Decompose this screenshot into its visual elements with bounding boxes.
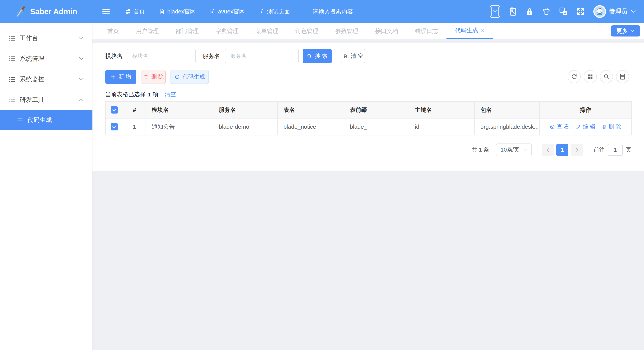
tab-role-mgmt[interactable]: 角色管理 [287, 23, 327, 39]
menu-list-icon [9, 97, 16, 103]
tab-codegen-active[interactable]: 代码生成 × [446, 23, 493, 39]
next-page-button[interactable] [571, 144, 583, 156]
sidebar-item-system-mgmt[interactable]: 系统管理 [0, 48, 92, 69]
user-menu[interactable]: 管理员 [593, 5, 636, 18]
document-icon [258, 9, 264, 15]
sidebar-item-workbench[interactable]: 工作台 [0, 28, 92, 48]
tab-param-mgmt[interactable]: 参数管理 [327, 23, 367, 39]
column-header-package[interactable]: 包名 [474, 101, 540, 118]
page-number-1[interactable]: 1 [556, 144, 568, 156]
tab-menu-mgmt[interactable]: 菜单管理 [247, 23, 287, 39]
menu-doc-button[interactable] [616, 70, 629, 83]
clear-button[interactable]: 清 空 [341, 49, 365, 63]
plus-icon [110, 74, 116, 80]
fullscreen-icon[interactable] [576, 8, 584, 16]
prev-page-button[interactable] [542, 144, 554, 156]
top-menu-label: 测试页面 [267, 8, 290, 16]
column-header-module[interactable]: 模块名 [146, 101, 213, 118]
sidebar-item-label: 系统管理 [20, 55, 44, 63]
close-icon[interactable]: × [481, 28, 484, 34]
document-lines-icon [620, 74, 626, 80]
goto-page-input[interactable] [608, 144, 623, 156]
add-button[interactable]: 新 增 [105, 70, 136, 84]
module-name-input[interactable] [127, 49, 196, 63]
sidebar-item-label: 代码生成 [27, 116, 52, 124]
row-checkbox[interactable] [111, 123, 118, 130]
tab-error-log[interactable]: 错误日志 [406, 23, 446, 39]
tab-dept-mgmt[interactable]: 部门管理 [167, 23, 207, 39]
sidebar-item-dev-tools[interactable]: 研发工具 [0, 90, 92, 110]
row-view-label: 查 看 [557, 123, 570, 131]
row-view-link[interactable]: 查 看 [550, 123, 570, 131]
theme-shirt-icon[interactable] [542, 8, 550, 15]
sidebar-collapse-icon[interactable] [102, 8, 110, 15]
lock-icon[interactable] [526, 7, 534, 16]
row-edit-link[interactable]: 编 辑 [576, 123, 596, 131]
tab-label: 菜单管理 [256, 27, 278, 35]
tab-home[interactable]: 首页 [99, 23, 127, 39]
column-header-pk[interactable]: 主键名 [409, 101, 474, 118]
search-icon [307, 53, 312, 59]
tab-label: 角色管理 [295, 27, 318, 35]
tab-dict-mgmt[interactable]: 字典管理 [207, 23, 247, 39]
delete-button[interactable]: 删 除 [142, 70, 166, 84]
document-icon [210, 9, 215, 15]
row-delete-link[interactable]: 删 除 [602, 123, 621, 131]
global-search-input[interactable]: 请输入搜索内容 [312, 8, 353, 16]
top-menu-bladex[interactable]: bladex官网 [159, 8, 196, 16]
selection-clear-link[interactable]: 清空 [164, 90, 176, 98]
tab-label: 部门管理 [176, 27, 199, 35]
sidebar-item-codegen-active[interactable]: 代码生成 [0, 110, 92, 130]
refresh-icon [571, 74, 577, 80]
search-toggle-button[interactable] [600, 70, 613, 83]
top-menu-home[interactable]: 首页 [125, 8, 145, 16]
tab-user-mgmt[interactable]: 用户管理 [127, 23, 167, 39]
tab-label: 代码生成 [455, 27, 478, 34]
document-icon [159, 9, 164, 15]
top-panel-toggle-button[interactable] [490, 5, 500, 18]
app-header: 🗡️ Saber Admin 首页 bladex官网 [0, 0, 644, 23]
app-logo[interactable]: 🗡️ Saber Admin [0, 0, 92, 23]
select-all-checkbox[interactable] [111, 106, 118, 113]
column-header-index[interactable]: # [123, 101, 146, 118]
content-card: 模块名 服务名 搜 索 清 空 新 增 删 除 [92, 43, 644, 171]
refresh-button[interactable] [568, 70, 581, 83]
search-button[interactable]: 搜 索 [303, 49, 332, 63]
refresh-icon [174, 74, 180, 80]
selection-text: 当前表格已选择 [105, 90, 146, 98]
page-size-select[interactable]: 10条/页 [496, 143, 532, 156]
grid-icon [125, 9, 131, 15]
check-icon [112, 108, 116, 112]
goto-label: 前往 [594, 146, 605, 154]
tabs-more-button[interactable]: 更多 [611, 25, 640, 37]
user-name: 管理员 [609, 7, 628, 16]
translate-icon[interactable]: 中 A [559, 7, 568, 16]
codegen-button[interactable]: 代码生成 [170, 70, 209, 84]
debug-tools-icon[interactable] [509, 7, 517, 16]
tab-label: 字典管理 [216, 27, 238, 35]
pencil-icon [576, 124, 581, 129]
chevron-down-icon [79, 57, 84, 60]
add-button-label: 新 增 [118, 73, 131, 81]
top-menu-avuex[interactable]: avuex官网 [210, 8, 245, 16]
top-menu-testpage[interactable]: 测试页面 [258, 8, 290, 16]
menu-list-icon [9, 35, 16, 41]
tab-api-doc[interactable]: 接口文档 [367, 23, 406, 39]
sidebar-item-system-monitor[interactable]: 系统监控 [0, 69, 92, 90]
column-settings-button[interactable] [584, 70, 597, 83]
codegen-table: # 模块名 服务名 表名 表前缀 主键名 包名 操作 1 通知公告 blade-… [105, 101, 632, 135]
page-size-value: 10条/页 [500, 146, 519, 154]
module-name-label: 模块名 [105, 52, 122, 60]
pagination-total: 共 1 条 [472, 146, 489, 154]
search-button-label: 搜 索 [315, 52, 328, 60]
column-header-table[interactable]: 表名 [278, 101, 344, 118]
cell-prefix: blade_ [344, 118, 409, 135]
clear-button-label: 清 空 [350, 52, 363, 60]
cell-table: blade_notice [278, 118, 344, 135]
top-menu: 首页 bladex官网 avuex官网 测试页 [125, 8, 290, 16]
service-name-input[interactable] [225, 49, 299, 63]
dagger-logo-icon: 🗡️ [14, 5, 27, 18]
column-header-prefix[interactable]: 表前缀 [344, 101, 409, 118]
column-header-service[interactable]: 服务名 [213, 101, 278, 118]
search-form: 模块名 服务名 搜 索 清 空 [105, 49, 365, 63]
